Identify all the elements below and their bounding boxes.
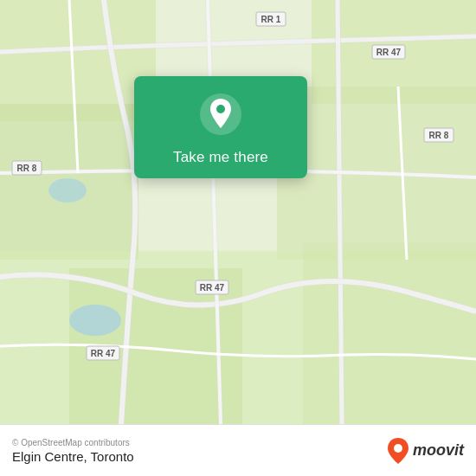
location-name: Elgin Centre, Toronto	[12, 449, 134, 464]
svg-text:RR 8: RR 8	[429, 131, 449, 140]
svg-point-24	[394, 444, 402, 453]
svg-rect-1	[0, 0, 156, 121]
map-background: RR 1 RR 47 RR 8 RR 8 RR 47 RR 47 Take me…	[0, 0, 476, 424]
bottom-left-info: © OpenStreetMap contributors Elgin Centr…	[12, 438, 134, 464]
location-card: Take me there	[134, 76, 307, 178]
svg-point-9	[48, 178, 87, 203]
svg-text:RR 47: RR 47	[91, 349, 116, 358]
bottom-bar: © OpenStreetMap contributors Elgin Centr…	[0, 424, 476, 476]
moovit-pin-icon	[385, 436, 411, 466]
svg-text:RR 8: RR 8	[17, 164, 37, 173]
svg-rect-7	[303, 242, 476, 424]
take-me-there-button[interactable]: Take me there	[173, 149, 268, 166]
svg-point-23	[216, 105, 225, 113]
location-pin-icon	[198, 92, 243, 137]
moovit-logo: moovit	[385, 436, 464, 466]
svg-text:RR 1: RR 1	[261, 15, 281, 24]
moovit-brand-text: moovit	[413, 441, 464, 460]
svg-point-8	[69, 305, 121, 336]
svg-text:RR 47: RR 47	[376, 48, 402, 57]
attribution-text: © OpenStreetMap contributors	[12, 438, 134, 447]
svg-text:RR 47: RR 47	[200, 283, 225, 293]
